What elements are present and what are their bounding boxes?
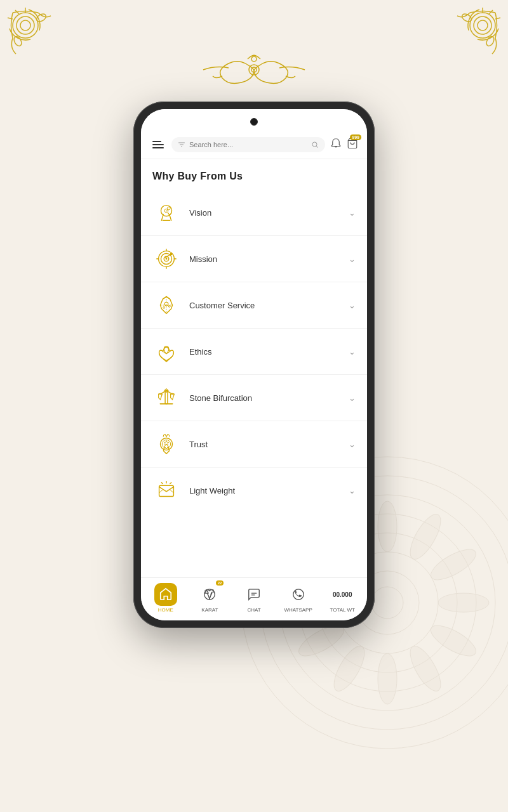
svg-point-44 <box>168 305 170 307</box>
chat-nav-label: CHAT <box>247 607 260 613</box>
ethics-icon <box>152 337 180 365</box>
total-wt-nav-icon: 00.000 <box>331 583 354 606</box>
svg-point-42 <box>170 253 173 256</box>
vision-chevron: ⌄ <box>349 208 356 218</box>
svg-point-7 <box>478 20 488 30</box>
whatsapp-nav-icon <box>287 583 310 606</box>
menu-item-mission[interactable]: Mission ⌄ <box>141 236 367 282</box>
svg-point-27 <box>378 653 397 704</box>
trust-chevron: ⌄ <box>349 440 356 449</box>
karat-badge-count: 22 <box>216 580 224 586</box>
phone-frame: 999 Why Buy From Us <box>133 102 375 628</box>
whatsapp-nav-label: WHATSAPP <box>284 607 312 613</box>
cart-badge: 999 <box>350 134 361 140</box>
svg-point-10 <box>249 65 259 75</box>
nav-item-total-wt[interactable]: 00.000 TOTAL WT <box>326 583 358 613</box>
mission-label: Mission <box>189 254 340 264</box>
total-wt-nav-label: TOTAL WT <box>330 607 354 613</box>
trust-icon <box>152 430 180 458</box>
stone-bifurcation-chevron: ⌄ <box>349 393 356 403</box>
search-input[interactable] <box>189 141 307 148</box>
svg-point-1 <box>17 16 34 34</box>
svg-point-41 <box>166 258 168 260</box>
menu-item-trust[interactable]: Trust ⌄ <box>141 421 367 468</box>
light-weight-icon <box>152 476 180 504</box>
chat-nav-icon <box>243 583 265 606</box>
svg-point-28 <box>328 642 370 695</box>
stone-bifurcation-label: Stone Bifurcation <box>189 393 340 403</box>
svg-point-9 <box>485 36 496 48</box>
svg-point-21 <box>378 501 397 552</box>
svg-point-0 <box>13 13 38 38</box>
svg-point-51 <box>293 589 304 600</box>
svg-point-25 <box>427 620 480 662</box>
search-icon <box>311 141 319 148</box>
customer-service-chevron: ⌄ <box>349 301 356 310</box>
nav-item-karat[interactable]: 22 KARAT <box>194 583 225 613</box>
customer-service-icon <box>152 291 180 319</box>
svg-point-26 <box>404 642 446 695</box>
cart-icon <box>347 140 358 151</box>
svg-point-3 <box>36 13 48 23</box>
vision-label: Vision <box>189 208 340 218</box>
svg-point-8 <box>461 13 473 23</box>
menu-item-stone-bifurcation[interactable]: Stone Bifurcation ⌄ <box>141 375 367 421</box>
svg-point-24 <box>438 593 489 612</box>
karat-nav-icon: 22 <box>198 583 221 606</box>
svg-point-20 <box>371 587 403 619</box>
ethics-chevron: ⌄ <box>349 347 356 357</box>
svg-point-2 <box>20 20 30 30</box>
stone-bifurcation-icon <box>152 384 180 412</box>
menu-item-ethics[interactable]: Ethics ⌄ <box>141 329 367 375</box>
vision-icon <box>152 199 180 226</box>
svg-point-6 <box>474 16 491 34</box>
corner-ornament-left <box>6 6 76 70</box>
svg-point-12 <box>251 56 257 62</box>
phone-container: 999 Why Buy From Us <box>133 102 375 628</box>
menu-item-customer-service[interactable]: Customer Service ⌄ <box>141 282 367 329</box>
app-content: Why Buy From Us Vi <box>141 159 367 577</box>
svg-point-23 <box>427 544 480 586</box>
nav-item-whatsapp[interactable]: WHATSAPP <box>283 583 314 613</box>
search-bar[interactable] <box>171 137 325 152</box>
customer-service-label: Customer Service <box>189 301 340 310</box>
svg-point-22 <box>404 510 446 563</box>
page-title: Why Buy From Us <box>141 159 367 190</box>
svg-point-4 <box>13 36 23 48</box>
filter-icon <box>178 141 185 148</box>
home-nav-icon <box>154 583 177 606</box>
hamburger-button[interactable] <box>150 138 166 151</box>
total-wt-value: 00.000 <box>333 591 352 598</box>
svg-point-11 <box>251 67 257 72</box>
nav-item-home[interactable]: HOME <box>150 583 182 613</box>
home-nav-label: HOME <box>158 607 173 613</box>
center-ornament <box>190 54 318 88</box>
phone-screen: 999 Why Buy From Us <box>141 109 367 620</box>
bell-icon[interactable] <box>330 138 342 152</box>
karat-nav-label: KARAT <box>201 607 218 613</box>
menu-item-vision[interactable]: Vision ⌄ <box>141 190 367 236</box>
phone-camera <box>250 118 258 126</box>
app-header: 999 <box>141 109 367 159</box>
svg-point-5 <box>470 13 495 38</box>
mission-icon <box>152 245 180 273</box>
light-weight-chevron: ⌄ <box>349 486 356 495</box>
menu-item-light-weight[interactable]: Light Weight ⌄ <box>141 468 367 513</box>
mission-chevron: ⌄ <box>349 254 356 264</box>
nav-item-chat[interactable]: CHAT <box>238 583 270 613</box>
corner-ornament-right <box>432 6 502 70</box>
light-weight-label: Light Weight <box>189 486 340 495</box>
svg-point-45 <box>163 306 165 308</box>
cart-wrapper[interactable]: 999 <box>347 138 358 152</box>
bottom-navigation: HOME 22 KARAT <box>141 577 367 620</box>
trust-label: Trust <box>189 440 340 449</box>
ethics-label: Ethics <box>189 347 340 357</box>
header-icons: 999 <box>330 138 358 152</box>
